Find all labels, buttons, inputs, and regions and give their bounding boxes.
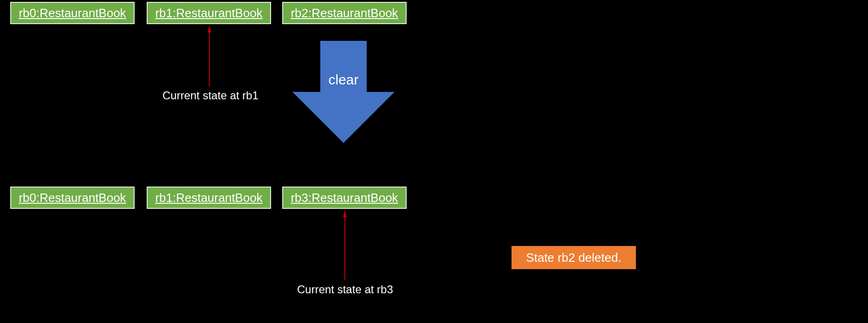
transition-arrow-icon xyxy=(292,41,395,143)
state-box-rb2-top: rb2:RestaurantBook xyxy=(282,2,407,24)
state-box-rb1-bottom: rb1:RestaurantBook xyxy=(147,187,271,209)
state-box-rb1-top: rb1:RestaurantBook xyxy=(147,2,271,24)
diagram-canvas: rb0:RestaurantBook rb1:RestaurantBook rb… xyxy=(0,0,868,323)
pointer-label-bottom: Current state at rb3 xyxy=(297,283,393,296)
pointer-arrow-bottom xyxy=(344,211,346,280)
pointer-arrow-top xyxy=(208,26,210,86)
transition-label: clear xyxy=(325,72,362,88)
state-box-rb0-bottom: rb0:RestaurantBook xyxy=(10,187,135,209)
status-note: State rb2 deleted. xyxy=(512,246,636,269)
state-box-rb3-bottom: rb3:RestaurantBook xyxy=(282,187,407,209)
state-box-rb0-top: rb0:RestaurantBook xyxy=(10,2,135,24)
pointer-label-top: Current state at rb1 xyxy=(162,89,259,102)
